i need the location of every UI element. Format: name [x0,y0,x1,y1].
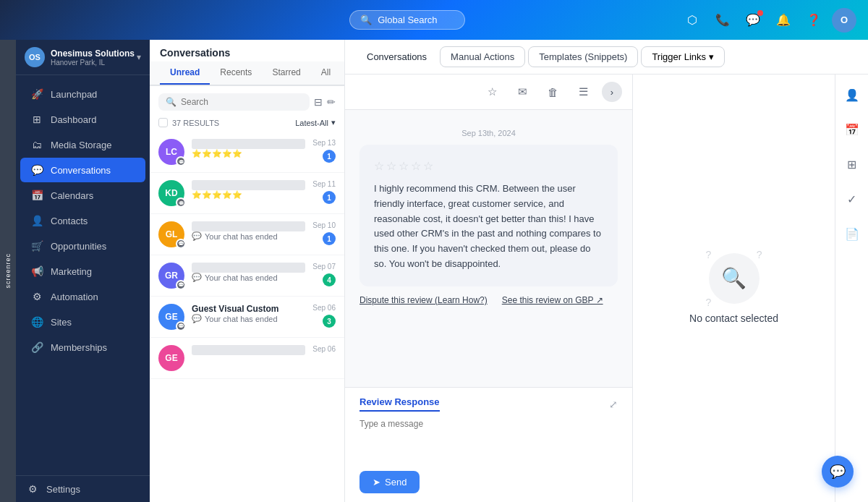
conv-body: ████████████ [192,345,305,355]
unread-badge: 3 [323,315,336,328]
sort-filter[interactable]: Latest-All ▾ [295,118,336,127]
conv-body: ████████████ 💬 Your chat has ended [192,263,305,282]
tab-templates[interactable]: Templates (Snippets) [528,46,638,67]
tab-trigger-links[interactable]: Trigger Links ▾ [641,46,725,67]
avatar-badge: 💬 [176,280,186,290]
main-layout: screenrec OS Onesimus Solutions Hanover … [0,40,868,502]
next-button[interactable]: › [602,82,622,102]
chat-area: ☆ ✉ 🗑 ☰ › Sep 13th, 2024 ☆ ☆ ☆ ☆ [345,75,632,502]
conv-filter-left: 37 RESULTS [158,118,219,127]
sidebar-item-sites[interactable]: 🌐 Sites [20,310,145,334]
sidebar-item-conversations[interactable]: 💬 Conversations [20,158,145,182]
conv-search-area: 🔍 ⊟ ✏ [150,86,344,115]
chat-icon: 💬 [177,323,184,330]
avatar-badge: 💬 [176,321,186,331]
review-response-section: Review Response ⤢ ➤ Send [345,387,632,502]
tab-starred[interactable]: Starred [262,61,310,85]
conv-body: ████████████ 💬 Your chat has ended [192,221,305,241]
list-item[interactable]: GL 💬 ████████████ 💬 Your chat has ended … [150,214,344,255]
list-item[interactable]: LC 💬 ████████████ ⭐⭐⭐⭐⭐ Sep 13 1 [150,132,344,173]
send-icon: ➤ [373,477,380,488]
chat-icon: 💬 [177,281,184,289]
filter-button[interactable]: ☰ [571,80,595,103]
email-button[interactable]: ✉ [511,80,534,103]
list-item[interactable]: GE 💬 Guest Visual Custom 💬 Your chat has… [150,297,344,338]
document-icon-btn[interactable]: 📄 [841,222,864,245]
conv-name: ████████████ [192,180,305,190]
filter-icon[interactable]: ⊟ [314,96,323,108]
send-button[interactable]: ➤ Send [359,471,420,493]
floating-chat-button[interactable]: 💬 [822,456,854,488]
sidebar-settings-label: Settings [46,484,80,495]
avatar: GL 💬 [158,221,184,247]
account-text: Onesimus Solutions Hanover Park, IL [51,48,137,67]
select-all-checkbox[interactable] [158,118,168,127]
search-input[interactable] [181,97,302,107]
star-button[interactable]: ☆ [480,80,503,103]
check-icon-btn[interactable]: ✓ [841,187,864,210]
help-icon-btn[interactable]: ❓ [801,8,826,33]
tab-conversations[interactable]: Conversations [357,47,437,67]
see-review-link[interactable]: See this review on GBP ↗ [502,295,603,305]
conv-body: ████████████ ⭐⭐⭐⭐⭐ [192,180,305,200]
conv-name: ████████████ [192,263,305,273]
list-item[interactable]: GE ████████████ Sep 06 [150,338,344,379]
chat-icon-btn[interactable]: 💬 [741,8,765,33]
calendar-icon-btn[interactable]: 📅 [841,118,864,141]
star-5: ☆ [423,159,433,173]
compose-icon[interactable]: ✏ [327,96,336,108]
tab-recents[interactable]: Recents [210,61,262,85]
trigger-links-label: Trigger Links [652,51,706,62]
contacts-icon: 👤 [30,215,43,226]
question-mark-icon: ? [706,249,712,260]
account-switcher[interactable]: OS Onesimus Solutions Hanover Park, IL ▾ [16,40,150,75]
sidebar-item-automation[interactable]: ⚙ Automation [20,284,145,309]
dispute-review-link[interactable]: Dispute this review (Learn How?) [359,295,488,305]
sidebar-item-label: Conversations [51,165,111,176]
no-contact-placeholder: ? 🔍 ? ? No contact selected [689,253,778,324]
conv-name: ████████████ [192,221,305,231]
right-panel: ? 🔍 ? ? No contact selected [632,75,835,502]
tab-manual-actions[interactable]: Manual Actions [440,46,525,67]
message-input[interactable] [359,419,618,462]
global-search[interactable]: 🔍 Global Search [349,10,465,30]
bell-icon-btn[interactable]: 🔔 [771,8,796,33]
tab-all[interactable]: All [311,61,341,85]
sidebar-item-settings[interactable]: ⚙ Settings [16,475,150,502]
list-item[interactable]: KD 💬 ████████████ ⭐⭐⭐⭐⭐ Sep 11 1 [150,173,344,214]
sidebar-item-contacts[interactable]: 👤 Contacts [20,208,145,233]
conv-preview: ⭐⭐⭐⭐⭐ [192,190,305,200]
conv-search-box[interactable]: 🔍 [158,93,310,111]
tab-unread[interactable]: Unread [160,61,210,85]
person-icon-btn[interactable]: 👤 [841,83,864,106]
avatar: GE [158,345,184,371]
chevron-down-icon: ▾ [331,118,336,127]
chat-bubble-icon: 💬 [830,464,846,480]
delete-button[interactable]: 🗑 [541,80,564,103]
unread-badge: 1 [323,232,336,245]
sidebar-item-memberships[interactable]: 🔗 Memberships [20,335,145,360]
sidebar-item-label: Media Storage [51,140,112,150]
chat-badge-icon: 💬 [177,199,184,206]
review-response-header: Review Response ⤢ [359,396,618,412]
phone-icon-btn[interactable]: 📞 [710,8,735,33]
chevron-down-icon: ▾ [709,51,714,62]
sidebar-item-calendars[interactable]: 📅 Calendars [20,183,145,208]
layers-icon-btn[interactable]: ⬡ [680,8,705,33]
content-area: Conversations Manual Actions Templates (… [345,40,868,502]
sidebar-item-opportunities[interactable]: 🛒 Opportunities [20,234,145,258]
avatar-btn[interactable]: O [832,8,856,33]
sidebar-item-marketing[interactable]: 📢 Marketing [20,259,145,284]
sidebar-item-dashboard[interactable]: ⊞ Dashboard [20,107,145,132]
sidebar-item-label: Calendars [51,190,93,201]
grid-icon-btn[interactable]: ⊞ [841,153,864,176]
sidebar-item-media-storage[interactable]: 🗂 Media Storage [20,132,145,157]
sidebar-item-launchpad[interactable]: 🚀 Launchpad [20,82,145,106]
sidebar: OS Onesimus Solutions Hanover Park, IL ▾… [16,40,150,502]
star-4: ☆ [411,159,421,173]
expand-icon[interactable]: ⤢ [609,399,618,410]
list-item[interactable]: GR 💬 ████████████ 💬 Your chat has ended … [150,255,344,297]
results-count: 37 RESULTS [172,119,219,127]
sort-label: Latest-All [295,119,328,127]
avatar: GE 💬 [158,304,184,330]
